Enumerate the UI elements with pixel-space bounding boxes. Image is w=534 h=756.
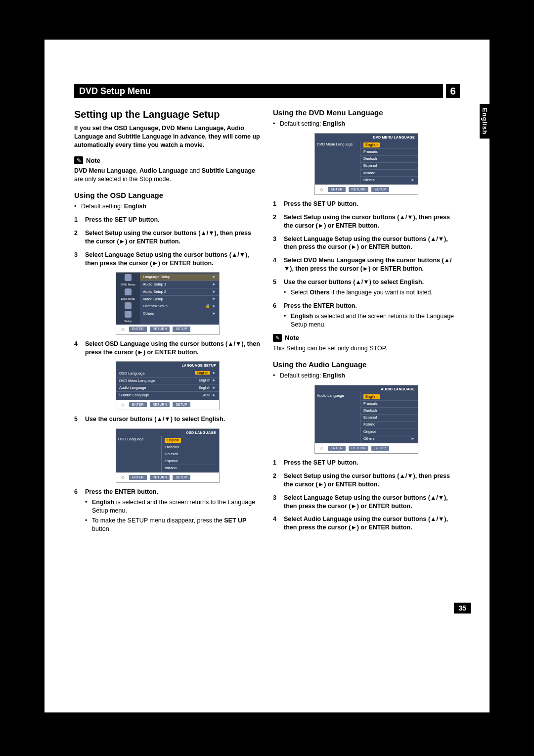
language-tab: English: [480, 104, 490, 139]
t: Auto: [203, 393, 210, 397]
t: DVD Menu: [121, 283, 135, 286]
t: Subtitle Language: [119, 393, 149, 398]
step: Select Language Setup using the cursor b…: [273, 494, 460, 511]
t: Setup: [124, 319, 132, 323]
t: Language Setup: [304, 494, 352, 501]
note-strong: Subtitle Language: [202, 167, 255, 174]
t: SET UP: [224, 517, 246, 524]
t: OSD Language: [119, 371, 145, 376]
note-label: Note: [86, 156, 100, 165]
osd-enter-button: ENTER: [129, 402, 147, 408]
step: Select Language Setup using the cursor b…: [273, 235, 460, 252]
arrow-right-icon: ►: [212, 289, 216, 295]
osd-return-button: RETURN: [349, 446, 369, 451]
default-setting: Default setting: English: [74, 202, 261, 211]
osd-screenshot-audio-language: AUDIO LANGUAGE Audio Language English Fr…: [314, 385, 418, 454]
subheading-dvd-menu: Using the DVD Menu Language: [273, 108, 460, 118]
note-icon: ✎: [273, 334, 282, 342]
arrow-right-icon: ►: [212, 282, 216, 287]
t: Audio Setup 1: [143, 282, 166, 287]
t: Francais: [165, 445, 179, 450]
t: English: [291, 313, 313, 320]
osd-enter-button: ENTER: [328, 187, 346, 192]
t: .: [422, 279, 424, 285]
default-setting: Default setting: English: [273, 372, 460, 380]
t: Italiano: [363, 422, 375, 427]
t: English: [195, 371, 210, 375]
arrow-right-icon: ►: [212, 393, 216, 397]
step: Select DVD Menu Language using the curso…: [273, 256, 460, 273]
t: Parental Setup: [143, 304, 168, 309]
step: Press the SET UP button.: [273, 459, 460, 467]
t: Others: [310, 289, 329, 296]
t: English: [363, 142, 380, 147]
nav-diamond-icon: ◇: [318, 187, 325, 192]
t: Setup: [304, 214, 321, 221]
osd-return-button: RETURN: [349, 187, 369, 192]
manual-page: DVD Setup Menu 6 English Setting up the …: [44, 40, 490, 712]
steps-osd: Press the SET UP button. Select Setup us…: [74, 216, 261, 267]
t: Deutsch: [363, 156, 377, 161]
arrow-right-icon: ►: [212, 296, 216, 302]
osd-setup-button: SETUP: [173, 475, 190, 480]
t: Audio Language: [317, 393, 358, 398]
osd-return-button: RETURN: [150, 402, 170, 408]
t: Select: [85, 230, 105, 236]
subheading-osd: Using the OSD Language: [74, 190, 261, 200]
steps-dvd: Press the SET UP button. Select Setup us…: [273, 200, 460, 329]
t: Language Setup: [105, 251, 153, 258]
t: Audio Language: [304, 516, 352, 522]
nav-diamond-icon: ◇: [119, 474, 126, 480]
chapter-title: DVD Setup Menu: [74, 84, 443, 98]
osd-title: AUDIO LANGUAGE: [315, 385, 418, 392]
steps-osd-cont3: Press the ENTER button. English is selec…: [74, 488, 261, 533]
note-label: Note: [285, 333, 299, 342]
step: Select OSD Language using the cursor but…: [74, 340, 261, 357]
t: Francais: [363, 149, 378, 154]
osd-screenshot-osd-language: OSD LANGUAGE OSD Language English Franca…: [116, 428, 220, 483]
t: English: [363, 394, 380, 399]
t: Audio Setup 2: [143, 289, 166, 294]
t: Default setting:: [280, 120, 323, 127]
step: Press the ENTER button. English is selec…: [74, 488, 261, 533]
t: Select: [284, 494, 304, 501]
note-text: This Setting can be set only during STOP…: [273, 344, 460, 353]
step: Use the cursor buttons (▲/▼) to select E…: [74, 415, 261, 424]
steps-audio: Press the SET UP button. Select Setup us…: [273, 459, 460, 532]
t: OSD Language: [118, 437, 159, 442]
note-block: ✎ Note: [74, 156, 261, 165]
t: English: [201, 416, 223, 423]
left-column: Setting up the Language Setup If you set…: [74, 105, 261, 538]
note-icon: ✎: [74, 156, 83, 164]
t: and: [188, 167, 202, 174]
osd-setup-button: SETUP: [173, 327, 190, 332]
t: DVD Menu Language: [119, 378, 155, 383]
osd-return-button: RETURN: [150, 327, 170, 332]
t: Espanol: [165, 459, 178, 464]
t: Select: [291, 289, 310, 296]
t: Deutsch: [165, 452, 178, 457]
step: Press the ENTER button. English is selec…: [273, 302, 460, 329]
chapter-number: 6: [446, 84, 460, 98]
t: Use the cursor buttons (▲/▼) to select: [85, 416, 201, 423]
osd-title: OSD LANGUAGE: [116, 429, 219, 436]
t: are only selected in the Stop mode.: [74, 176, 171, 183]
t: English: [92, 499, 114, 506]
osd-screenshot-language-setup: LANGUAGE SETUP OSD LanguageEnglish► DVD …: [116, 361, 220, 410]
t: Select: [85, 251, 105, 258]
step: Press the SET UP button.: [74, 216, 261, 224]
t: Default setting:: [81, 203, 124, 210]
step: Select Setup using the cursor buttons (▲…: [273, 213, 460, 230]
arrow-right-icon: ►: [212, 311, 216, 317]
osd-enter-button: ENTER: [328, 446, 346, 451]
t: if the language you want is not listed.: [330, 289, 433, 296]
gear-icon: [125, 311, 132, 318]
t: button.: [92, 525, 111, 532]
t: Select: [284, 516, 304, 522]
t: Use the cursor buttons (▲/▼) to select: [284, 279, 400, 285]
menu-icon: [125, 302, 132, 309]
nav-diamond-icon: ◇: [119, 327, 126, 332]
osd-title: DVD MENU LANGUAGE: [315, 134, 418, 141]
osd-setup-button: SETUP: [173, 402, 190, 408]
t: Select: [284, 472, 304, 479]
